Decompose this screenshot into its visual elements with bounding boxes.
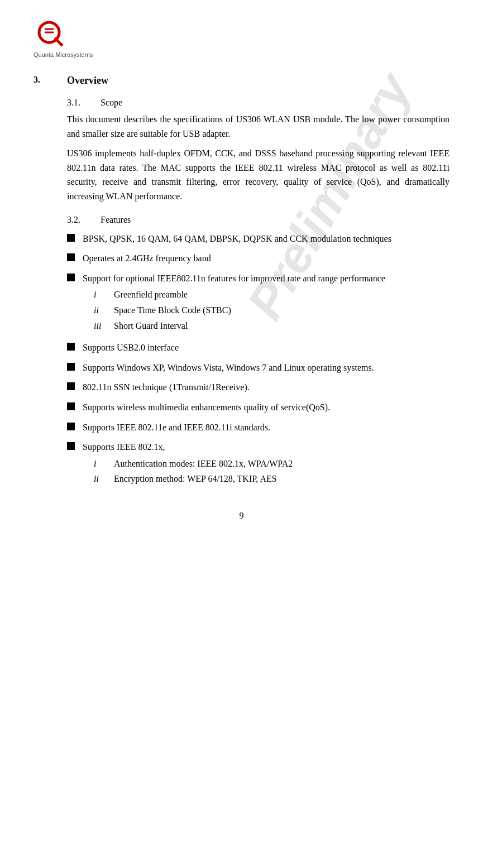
sub-text: Space Time Block Code (STBC): [114, 303, 231, 318]
bullet-main-text: Supports wireless multimedia enhancement…: [83, 402, 330, 412]
bullet-square-icon: [67, 363, 75, 371]
bullet-text-5: Supports Windows XP, Windows Vista, Wind…: [83, 361, 449, 375]
bullet-item-6: 802.11n SSN technique (1Transmit/1Receiv…: [67, 380, 449, 395]
bullet-main-text: Supports IEEE 802.1x,: [83, 442, 165, 452]
bullet-square-icon: [67, 234, 75, 242]
section3-header: 3. Overview: [34, 75, 449, 95]
logo-icon: [34, 17, 78, 50]
bullet-item-3: Support for optional IEEE802.11n feature…: [67, 271, 449, 335]
logo-area: Quanta Microsystems: [34, 17, 449, 58]
bullet-item-7: Supports wireless multimedia enhancement…: [67, 400, 449, 415]
bullet-text-3: Support for optional IEEE802.11n feature…: [83, 271, 449, 335]
section3-number: 3.: [34, 75, 67, 85]
scope-paragraph1: This document describes the specificatio…: [67, 112, 449, 141]
bullet-item-5: Supports Windows XP, Windows Vista, Wind…: [67, 361, 449, 375]
bullet-text-6: 802.11n SSN technique (1Transmit/1Receiv…: [83, 380, 449, 395]
sub-label: i: [94, 287, 114, 302]
sub-text: Authentication modes: IEEE 802.1x, WPA/W…: [114, 457, 293, 471]
bullet-text-2: Operates at 2.4GHz frequency band: [83, 251, 449, 266]
bullet-main-text: Supports USB2.0 interface: [83, 343, 179, 352]
bullet-square-icon: [67, 343, 75, 351]
sub-label: ii: [94, 303, 114, 318]
sub-item: iiEncryption method: WEP 64/128, TKIP, A…: [94, 472, 449, 486]
sub-label: i: [94, 457, 114, 471]
bullet-main-text: Support for optional IEEE802.11n feature…: [83, 274, 385, 283]
bullet-item-9: Supports IEEE 802.1x,iAuthentication mod…: [67, 440, 449, 488]
bullet-main-text: Supports Windows XP, Windows Vista, Wind…: [83, 363, 374, 372]
sub-label: ii: [94, 472, 114, 486]
bullet-square-icon: [67, 442, 75, 450]
sub-text: Greenfield preamble: [114, 287, 188, 302]
subsection1-number: 3.1.: [67, 98, 101, 108]
page-number: 9: [240, 511, 244, 520]
subsection-features: 3.2. Features BPSK, QPSK, 16 QAM, 64 QAM…: [67, 215, 449, 488]
section3-title: Overview: [67, 75, 108, 87]
subsection1-label: Scope: [101, 98, 122, 108]
bullet-text-1: BPSK, QPSK, 16 QAM, 64 QAM, DBPSK, DQPSK…: [83, 232, 449, 246]
sub-item: iAuthentication modes: IEEE 802.1x, WPA/…: [94, 457, 449, 471]
bullet-main-text: Operates at 2.4GHz frequency band: [83, 253, 211, 263]
page-number-area: 9: [34, 511, 449, 521]
sub-list-3: iGreenfield preambleiiSpace Time Block C…: [94, 287, 449, 333]
sub-label: iii: [94, 319, 114, 333]
scope-paragraph2: US306 implements half-duplex OFDM, CCK, …: [67, 146, 449, 203]
subsection-scope: 3.1. Scope This document describes the s…: [67, 98, 449, 204]
sub-item: iGreenfield preamble: [94, 287, 449, 302]
svg-line-1: [55, 38, 63, 46]
subsection2-number: 3.2.: [67, 215, 101, 225]
scope-header-row: 3.1. Scope: [67, 98, 449, 112]
bullet-main-text: 802.11n SSN technique (1Transmit/1Receiv…: [83, 382, 250, 392]
sub-text: Short Guard Interval: [114, 319, 188, 333]
bullet-text-7: Supports wireless multimedia enhancement…: [83, 400, 449, 415]
sub-item: iiiShort Guard Interval: [94, 319, 449, 333]
bullet-square-icon: [67, 382, 75, 390]
sub-text: Encryption method: WEP 64/128, TKIP, AES: [114, 472, 277, 486]
bullet-text-8: Supports IEEE 802.11e and IEEE 802.11i s…: [83, 420, 449, 435]
bullet-square-icon: [67, 274, 75, 281]
bullet-square-icon: [67, 423, 75, 430]
bullet-item-8: Supports IEEE 802.11e and IEEE 802.11i s…: [67, 420, 449, 435]
bullet-square-icon: [67, 402, 75, 410]
bullet-main-text: BPSK, QPSK, 16 QAM, 64 QAM, DBPSK, DQPSK…: [83, 234, 391, 243]
bullet-main-text: Supports IEEE 802.11e and IEEE 802.11i s…: [83, 423, 270, 432]
sub-list-9: iAuthentication modes: IEEE 802.1x, WPA/…: [94, 457, 449, 486]
bullet-item-4: Supports USB2.0 interface: [67, 341, 449, 355]
company-name: Quanta Microsystems: [34, 51, 93, 58]
bullet-square-icon: [67, 253, 75, 261]
bullet-text-4: Supports USB2.0 interface: [83, 341, 449, 355]
features-header-row: 3.2. Features: [67, 215, 449, 232]
logo-box: Quanta Microsystems: [34, 17, 449, 58]
sub-item: iiSpace Time Block Code (STBC): [94, 303, 449, 318]
subsection2-label: Features: [101, 215, 131, 225]
bullet-item-2: Operates at 2.4GHz frequency band: [67, 251, 449, 266]
features-list: BPSK, QPSK, 16 QAM, 64 QAM, DBPSK, DQPSK…: [67, 232, 449, 488]
bullet-item-1: BPSK, QPSK, 16 QAM, 64 QAM, DBPSK, DQPSK…: [67, 232, 449, 246]
bullet-text-9: Supports IEEE 802.1x,iAuthentication mod…: [83, 440, 449, 488]
